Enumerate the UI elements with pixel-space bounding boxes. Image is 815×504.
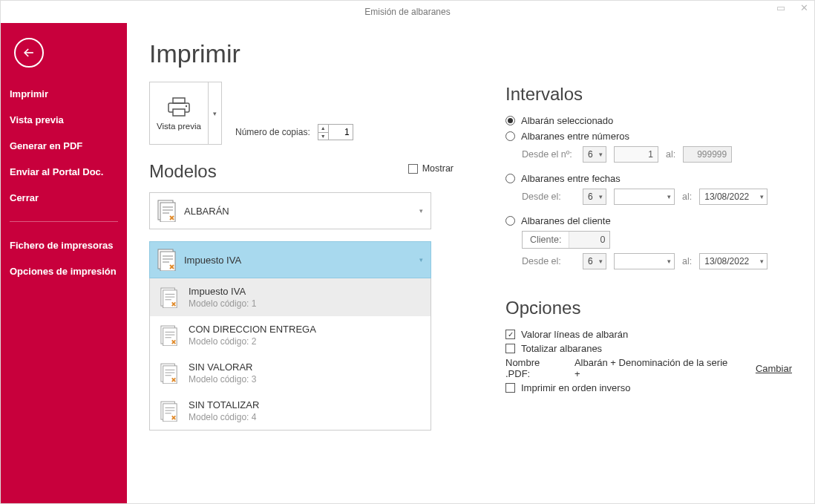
series-select[interactable]: 6 (583, 146, 606, 163)
document-icon (157, 249, 177, 271)
from-date-select[interactable] (614, 189, 675, 205)
radio-icon (505, 131, 515, 141)
page-title: Imprimir (149, 39, 483, 68)
mostrar-label: Mostrar (422, 163, 454, 174)
preview-dropdown[interactable]: ▾ (208, 82, 221, 144)
radio-label: Albarán seleccionado (521, 115, 613, 126)
chevron-down-icon: ▾ (419, 256, 423, 264)
from-date-select[interactable] (614, 253, 675, 269)
preview-split-button: Vista previa ▾ (149, 82, 222, 145)
model-item[interactable]: SIN TOTALIZARModelo código: 4 (150, 392, 431, 430)
model-item[interactable]: Impuesto IVAModelo código: 1 (150, 278, 431, 316)
check-label: Valorar líneas de albarán (521, 329, 628, 340)
cliente-label: Cliente: (523, 232, 569, 248)
series-select[interactable]: 6 (583, 253, 606, 269)
model-type-value: ALBARÁN (184, 206, 229, 217)
radio-icon (505, 116, 515, 125)
radio-del-cliente[interactable]: Albaranes del cliente (505, 215, 792, 226)
checkbox-icon (505, 383, 515, 393)
to-date-select[interactable]: 13/08/2022 (699, 253, 767, 269)
svg-rect-2 (173, 109, 185, 116)
from-number-label: Desde el nº: (522, 149, 575, 160)
cliente-value: 0 (569, 232, 609, 248)
radio-label: Albaranes entre números (521, 131, 629, 142)
radio-label: Albaranes entre fechas (521, 173, 621, 184)
window-title: Emisión de albaranes (364, 7, 450, 17)
spinner-down-icon[interactable]: ▼ (318, 133, 328, 140)
check-label: Imprimir en orden inverso (521, 382, 630, 393)
model-group-select[interactable]: Impuesto IVA ▾ (149, 241, 431, 278)
model-item-code: Modelo código: 4 (189, 412, 259, 422)
model-item-name: SIN VALORAR (189, 361, 256, 373)
pdf-name-value: Albarán + Denominación de la serie + (575, 357, 732, 379)
checkbox-icon (505, 344, 515, 353)
sidebar-item-vista-previa[interactable]: Vista previa (1, 107, 127, 133)
radio-entre-numeros[interactable]: Albaranes entre números (505, 131, 792, 142)
arrow-left-icon (22, 45, 36, 60)
series-select[interactable]: 6 (583, 189, 606, 205)
model-item-code: Modelo código: 2 (189, 336, 316, 347)
radio-entre-fechas[interactable]: Albaranes entre fechas (505, 173, 792, 184)
to-date-select[interactable]: 13/08/2022 (699, 189, 767, 205)
check-label: Totalizar albaranes (521, 343, 602, 354)
model-item[interactable]: SIN VALORARModelo código: 3 (150, 354, 431, 392)
preview-button[interactable]: Vista previa (150, 82, 208, 144)
window-close-icon[interactable]: ✕ (797, 2, 811, 13)
document-icon (157, 200, 177, 222)
to-label: al: (666, 149, 675, 160)
opciones-heading: Opciones (505, 298, 792, 318)
from-date-label: Desde el: (522, 192, 575, 202)
radio-albaran-seleccionado[interactable]: Albarán seleccionado (505, 115, 792, 126)
document-icon (160, 325, 178, 346)
model-type-select[interactable]: ALBARÁN ▾ (149, 192, 431, 229)
svg-rect-1 (173, 98, 185, 103)
copies-label: Número de copias: (235, 127, 310, 137)
check-totalizar[interactable]: Totalizar albaranes (505, 343, 792, 354)
model-item-name: CON DIRECCION ENTREGA (189, 324, 316, 335)
copies-spinner[interactable]: ▲ ▼ (318, 124, 353, 140)
sidebar-item-cerrar[interactable]: Cerrar (1, 185, 127, 211)
document-icon (160, 287, 178, 308)
modelos-heading: Modelos (149, 161, 217, 182)
spinner-up-icon[interactable]: ▲ (318, 125, 328, 133)
model-item[interactable]: CON DIRECCION ENTREGAModelo código: 2 (150, 316, 431, 354)
printer-icon (166, 96, 192, 117)
copies-input[interactable] (329, 125, 353, 140)
model-item-code: Modelo código: 3 (189, 374, 256, 384)
cliente-input[interactable]: Cliente: 0 (522, 231, 610, 249)
preview-button-label: Vista previa (157, 122, 201, 131)
model-item-code: Modelo código: 1 (189, 298, 256, 309)
sidebar-item-fichero-impresoras[interactable]: Fichero de impresoras (1, 232, 127, 258)
check-valorar[interactable]: ✓ Valorar líneas de albarán (505, 329, 792, 340)
sidebar-divider (10, 221, 118, 222)
sidebar-item-opciones-impresion[interactable]: Opciones de impresión (1, 258, 127, 284)
checkbox-checked-icon: ✓ (505, 330, 515, 339)
radio-label: Albaranes del cliente (521, 215, 611, 226)
radio-icon (505, 174, 515, 183)
chevron-down-icon: ▾ (419, 207, 423, 215)
to-number-input[interactable] (683, 146, 732, 163)
from-date-label: Desde el: (522, 256, 575, 266)
back-button[interactable] (14, 38, 44, 68)
document-icon (160, 363, 178, 384)
sidebar-item-generar-pdf[interactable]: Generar en PDF (1, 133, 127, 159)
to-label: al: (682, 256, 692, 266)
titlebar: Emisión de albaranes ▭ ✕ (1, 1, 814, 23)
intervalos-heading: Intervalos (505, 84, 792, 105)
mostrar-checkbox[interactable]: Mostrar (408, 163, 454, 174)
window-restore-icon[interactable]: ▭ (773, 2, 788, 13)
checkbox-icon (408, 164, 418, 174)
from-number-input[interactable] (614, 146, 658, 163)
pdf-name-label: Nombre .PDF: (505, 357, 566, 379)
sidebar: Imprimir Vista previa Generar en PDF Env… (1, 23, 127, 503)
check-orden-inverso[interactable]: Imprimir en orden inverso (505, 382, 792, 393)
document-icon (160, 401, 178, 422)
model-list: Impuesto IVAModelo código: 1 CON DIRECCI… (149, 278, 431, 431)
to-label: al: (682, 192, 692, 202)
sidebar-item-imprimir[interactable]: Imprimir (1, 81, 127, 107)
sidebar-item-enviar-portal[interactable]: Enviar al Portal Doc. (1, 159, 127, 185)
model-group-value: Impuesto IVA (184, 255, 241, 266)
cambiar-link[interactable]: Cambiar (756, 363, 792, 374)
model-item-name: SIN TOTALIZAR (189, 399, 259, 410)
model-item-name: Impuesto IVA (189, 286, 256, 297)
